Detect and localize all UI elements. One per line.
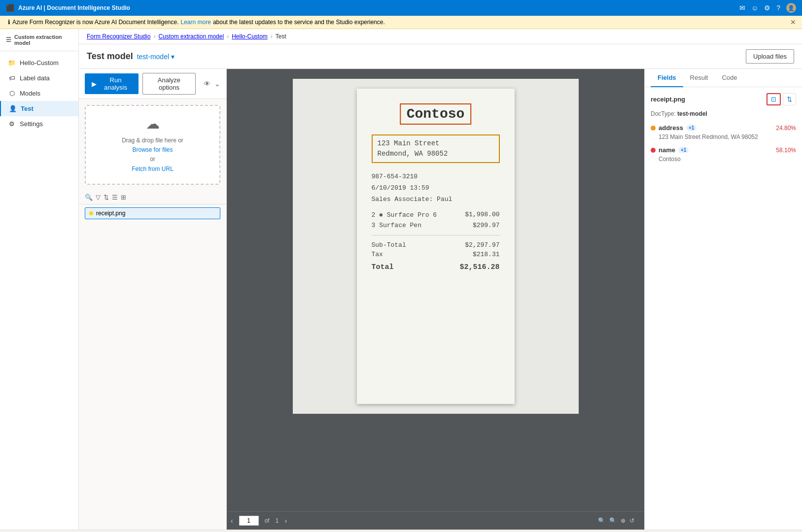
upload-area[interactable]: ☁ Drag & drop file here or Browse for fi… (85, 105, 220, 185)
notification-link[interactable]: Learn more (181, 19, 211, 26)
app-layout: ☰ Custom extraction model 📁 Hello-Custom… (0, 29, 802, 530)
receipt-tax-row: Tax $218.31 (372, 251, 500, 258)
upload-files-button[interactable]: Upload files (746, 49, 794, 64)
grid-view-icon[interactable]: ⊞ (121, 194, 126, 201)
field-badge: +1 (678, 147, 689, 153)
receipt-phone: 987-654-3210 (372, 173, 500, 180)
file-info-name: receipt.png (651, 96, 685, 103)
main-content: Form Recognizer Studio › Custom extracti… (79, 29, 802, 530)
tax-value: $218.31 (473, 251, 500, 258)
file-name: receipt.png (96, 210, 125, 217)
fit-icon[interactable]: ⊕ (621, 517, 626, 524)
notification-bar: ℹ Azure Form Recognizer is now Azure AI … (0, 16, 802, 29)
next-page-button[interactable]: › (284, 517, 287, 525)
field-value: 123 Main Street Redmond, WA 98052 (651, 133, 796, 140)
rotate-icon[interactable]: ↺ (629, 517, 634, 524)
eye-icon[interactable]: 👁 (204, 80, 210, 88)
page-number-input[interactable] (239, 516, 259, 526)
right-panel: Fields Result Code receipt.png ⊡ ⇅ DocTy… (644, 69, 802, 530)
browse-link[interactable]: Browse for files (94, 145, 211, 155)
field-name: name (659, 146, 675, 154)
receipt-subtotal-row: Sub-Total $2,297.97 (372, 241, 500, 249)
search-icon[interactable]: 🔍 (85, 194, 93, 201)
tax-label: Tax (372, 251, 383, 258)
tab-result[interactable]: Result (683, 69, 715, 87)
right-tabs: Fields Result Code (645, 69, 802, 87)
zoom-in-icon[interactable]: 🔍 (609, 517, 617, 524)
title-bar: ⬛ Azure AI | Document Intelligence Studi… (0, 0, 802, 16)
field-header: address +1 24.80% (651, 124, 796, 132)
breadcrumb-item-custom-extraction[interactable]: Custom extraction model (158, 33, 224, 40)
tab-code[interactable]: Code (715, 69, 744, 87)
receipt-address-line2: Redmond, WA 98052 (378, 149, 494, 159)
title-bar-actions: ✉ ☺ ⚙ ? 👤 (739, 3, 796, 13)
receipt-totals: Sub-Total $2,297.97 Tax $218.31 Total $2… (372, 241, 500, 271)
close-icon[interactable]: ✕ (790, 18, 796, 26)
subtotal-value: $2,297.97 (465, 241, 499, 249)
model-selector[interactable]: test-model ▾ (137, 53, 174, 61)
sidebar-header: ☰ Custom extraction model (0, 29, 78, 51)
receipt-datetime: 6/10/2019 13:59 (372, 184, 500, 192)
breadcrumb-item-form-recognizer[interactable]: Form Recognizer Studio (87, 33, 150, 40)
tab-fields[interactable]: Fields (651, 69, 683, 87)
breadcrumb-item-hello-custom[interactable]: Hello-Custom (232, 33, 268, 40)
status-bar: https://formrecognizer-dogfood.appliedai… (0, 530, 802, 532)
settings-icon[interactable]: ⚙ (764, 4, 770, 12)
sidebar-item-label: Label data (20, 74, 50, 82)
subtotal-label: Sub-Total (372, 241, 406, 249)
page-separator: of (265, 517, 270, 524)
list-view-icon[interactable]: ☰ (112, 194, 118, 201)
field-confidence: 58.10% (776, 147, 796, 154)
field-badge: +1 (686, 125, 697, 131)
import-button[interactable]: ⇅ (783, 93, 796, 105)
file-item[interactable]: receipt.png (85, 207, 220, 219)
fetch-url-link[interactable]: Fetch from URL (94, 165, 211, 174)
sidebar: ☰ Custom extraction model 📁 Hello-Custom… (0, 29, 79, 530)
sidebar-item-label-data[interactable]: 🏷 Label data (0, 70, 78, 86)
run-analysis-button[interactable]: ▶ Run analysis (85, 73, 139, 94)
receipt-address-line1: 123 Main Street (378, 138, 494, 149)
breadcrumb: Form Recognizer Studio › Custom extracti… (79, 29, 802, 44)
export-button[interactable]: ⊡ (767, 93, 781, 105)
avatar[interactable]: 👤 (786, 3, 796, 13)
sidebar-item-hello-custom[interactable]: 📁 Hello-Custom (0, 55, 78, 70)
field-item-name: name +1 58.10% Contoso (651, 146, 796, 163)
file-toolbar: 🔍 ▽ ⇅ ☰ ⊞ (79, 191, 226, 204)
app-title: Azure AI | Document Intelligence Studio (18, 4, 735, 11)
help-icon[interactable]: ? (776, 4, 780, 12)
notification-text: Azure Form Recognizer is now Azure AI Do… (12, 19, 179, 26)
zoom-out-icon[interactable]: 🔍 (598, 517, 605, 524)
test-icon: 👤 (9, 105, 17, 112)
mail-icon[interactable]: ✉ (739, 4, 745, 12)
sidebar-title: Custom extraction model (14, 34, 72, 46)
sidebar-item-label: Models (20, 90, 40, 97)
emoji-icon[interactable]: ☺ (751, 4, 758, 12)
label-icon: 🏷 (8, 74, 16, 82)
sidebar-nav: 📁 Hello-Custom 🏷 Label data ⬡ Models 👤 T… (0, 51, 78, 530)
doctype-value: test-model (677, 110, 707, 117)
filter-icon[interactable]: ▽ (96, 194, 101, 201)
right-content: receipt.png ⊡ ⇅ DocType: test-model (645, 87, 802, 530)
receipt-item-row: 2 ✱ Surface Pro 6 $1,998.00 (372, 211, 500, 219)
item-price: $299.97 (473, 222, 500, 229)
sidebar-item-settings[interactable]: ⚙ Settings (0, 116, 78, 132)
info-icon: ℹ (8, 19, 10, 26)
sidebar-item-label: Settings (20, 120, 43, 128)
file-info-row: receipt.png ⊡ ⇅ (651, 93, 796, 105)
page-header: Test model test-model ▾ Upload files (79, 44, 802, 69)
sort-icon[interactable]: ⇅ (104, 194, 109, 201)
sidebar-item-test[interactable]: 👤 Test (0, 101, 78, 116)
expand-icon[interactable]: ⌄ (214, 80, 220, 88)
run-icon: ▶ (92, 80, 97, 88)
field-value: Contoso (651, 156, 796, 163)
work-area: ▶ Run analysis Analyze options 👁 ⌄ ☁ Dra… (79, 69, 802, 530)
page-title: Test model (87, 51, 133, 62)
settings-icon: ⚙ (8, 120, 16, 128)
doctype-row: DocType: test-model (651, 110, 796, 117)
sidebar-item-models[interactable]: ⬡ Models (0, 86, 78, 101)
upload-or-text: or (150, 156, 155, 163)
analyze-options-button[interactable]: Analyze options (142, 73, 196, 95)
prev-page-button[interactable]: ‹ (231, 517, 233, 525)
field-item-address: address +1 24.80% 123 Main Street Redmon… (651, 124, 796, 140)
field-color-dot (651, 148, 656, 153)
